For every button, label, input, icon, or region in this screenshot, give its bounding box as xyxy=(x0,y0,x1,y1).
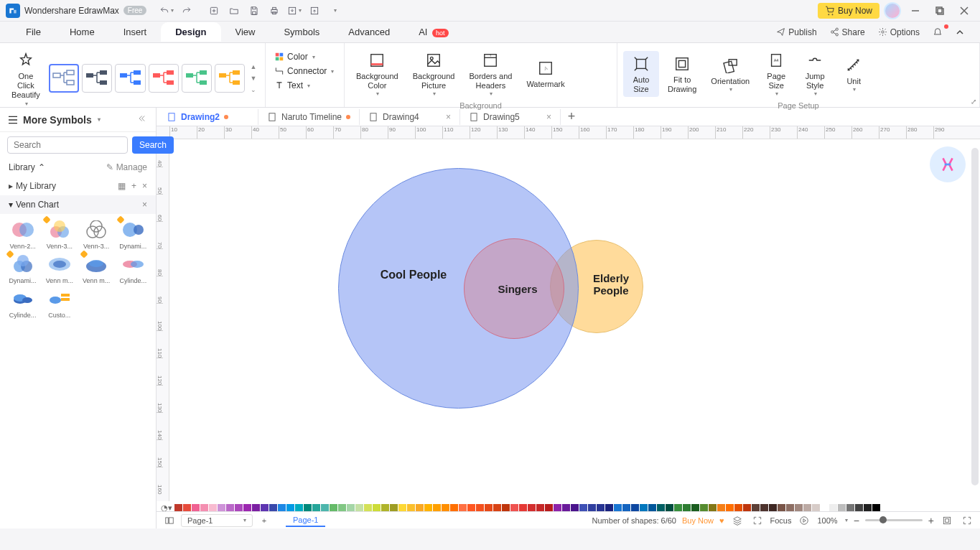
page-size-button[interactable]: A4Page Size▾ xyxy=(758,47,794,100)
venn-label-elderly[interactable]: Elderly People xyxy=(582,272,640,297)
color-swatch[interactable] xyxy=(398,504,406,512)
connector-dropdown[interactable]: Connector▾ xyxy=(271,65,338,78)
color-swatch[interactable] xyxy=(562,504,570,512)
focus-label[interactable]: Focus xyxy=(770,516,792,525)
color-swatch[interactable] xyxy=(269,504,277,512)
focus-icon[interactable] xyxy=(750,513,765,528)
theme-scroll-up[interactable]: ▲ xyxy=(248,62,259,72)
color-swatch[interactable] xyxy=(726,504,734,512)
color-swatch[interactable] xyxy=(752,504,760,512)
theme-preset-3[interactable] xyxy=(115,64,145,93)
menu-ai[interactable]: AI hot xyxy=(404,22,462,42)
fit-page-icon[interactable] xyxy=(940,513,954,528)
color-swatch[interactable] xyxy=(579,504,587,512)
color-swatch[interactable] xyxy=(700,504,708,512)
text-dropdown[interactable]: Text▾ xyxy=(271,79,338,92)
color-swatch[interactable] xyxy=(192,504,200,512)
color-swatch[interactable] xyxy=(200,504,208,512)
color-swatch[interactable] xyxy=(519,504,527,512)
symbol-venn-2[interactable]: Venn-2... xyxy=(6,218,39,250)
sidebar-title[interactable]: More Symbols▾ xyxy=(7,114,101,126)
color-swatch[interactable] xyxy=(631,504,639,512)
undo-icon[interactable]: ▾ xyxy=(158,2,175,19)
color-swatch[interactable] xyxy=(838,504,846,512)
background-picture-button[interactable]: Background Picture▾ xyxy=(407,47,461,100)
color-swatch[interactable] xyxy=(691,504,699,512)
presentation-icon[interactable] xyxy=(797,513,811,528)
theme-preset-5[interactable] xyxy=(182,64,212,93)
collapse-ribbon-icon[interactable] xyxy=(951,27,969,38)
tab-drawing2[interactable]: Drawing2 xyxy=(158,109,258,125)
more-icon[interactable]: ▾ xyxy=(326,2,343,19)
color-swatch[interactable] xyxy=(330,504,337,512)
tab-drawing4[interactable]: Drawing4× xyxy=(360,109,460,125)
symbol-dynamic-1[interactable]: Dynami... xyxy=(116,218,150,250)
color-swatch[interactable] xyxy=(442,504,449,512)
color-dropdown[interactable]: Color▾ xyxy=(271,50,338,63)
color-swatch[interactable] xyxy=(545,504,553,512)
user-avatar[interactable] xyxy=(884,2,901,19)
menu-design[interactable]: Design xyxy=(161,22,220,42)
color-swatch[interactable] xyxy=(502,504,510,512)
color-swatch[interactable] xyxy=(778,504,785,512)
symbol-venn-3b[interactable]: Venn-3... xyxy=(80,218,113,250)
color-swatch[interactable] xyxy=(235,504,243,512)
color-swatch[interactable] xyxy=(209,504,217,512)
add-tab-button[interactable]: + xyxy=(561,109,582,124)
theme-preset-6[interactable] xyxy=(215,64,245,93)
buy-now-button[interactable]: Buy Now xyxy=(818,3,879,19)
manage-link[interactable]: ✎ Manage xyxy=(106,162,147,172)
zoom-level[interactable]: 100% xyxy=(817,516,837,525)
buy-now-small[interactable]: Buy Now xyxy=(682,516,714,525)
menu-file[interactable]: File xyxy=(11,22,55,42)
symbol-search-input[interactable] xyxy=(7,136,128,154)
color-swatch[interactable] xyxy=(347,504,355,512)
color-swatch[interactable] xyxy=(597,504,605,512)
vertical-scrollbar[interactable] xyxy=(971,148,979,485)
menu-symbols[interactable]: Symbols xyxy=(269,22,334,42)
color-swatch[interactable] xyxy=(528,504,536,512)
theme-expand[interactable]: ⌄ xyxy=(248,85,259,95)
page-selector[interactable]: Page-1▾ xyxy=(181,514,253,527)
page-setup-expand-icon[interactable]: ⤢ xyxy=(971,98,976,106)
close-tab-icon[interactable]: × xyxy=(546,112,551,122)
auto-size-button[interactable]: Auto Size xyxy=(623,51,659,97)
page-tab-active[interactable]: Page-1 xyxy=(286,514,325,527)
tab-naruto-timeline[interactable]: Naruto Timeline xyxy=(258,109,360,125)
color-swatch[interactable] xyxy=(485,504,493,512)
color-swatch[interactable] xyxy=(734,504,742,512)
color-swatch[interactable] xyxy=(381,504,389,512)
color-swatch[interactable] xyxy=(571,504,579,512)
zoom-in-icon[interactable]: + xyxy=(928,515,934,526)
color-swatch[interactable] xyxy=(622,504,630,512)
section-close-icon[interactable]: × xyxy=(142,200,147,210)
color-swatch[interactable] xyxy=(803,504,811,512)
color-swatch[interactable] xyxy=(467,504,475,512)
zoom-slider[interactable] xyxy=(865,519,923,521)
color-swatch[interactable] xyxy=(536,504,544,512)
print-icon[interactable] xyxy=(266,2,283,19)
library-row[interactable]: Library ⌃ ✎ Manage xyxy=(0,158,156,177)
color-swatch[interactable] xyxy=(407,504,415,512)
color-swatch[interactable] xyxy=(390,504,398,512)
share-link[interactable]: Share xyxy=(826,26,869,39)
menu-home[interactable]: Home xyxy=(55,22,109,42)
color-swatch[interactable] xyxy=(243,504,251,512)
theme-preset-4[interactable] xyxy=(149,64,179,93)
color-swatch[interactable] xyxy=(493,504,501,512)
close-button[interactable] xyxy=(954,2,974,19)
color-swatch[interactable] xyxy=(666,504,673,512)
theme-preset-1[interactable] xyxy=(49,64,79,93)
color-swatch[interactable] xyxy=(786,504,794,512)
color-swatch[interactable] xyxy=(648,504,656,512)
library-add-icon[interactable]: + xyxy=(131,181,136,191)
color-swatch[interactable] xyxy=(261,504,269,512)
symbol-search-button[interactable]: Search xyxy=(132,136,174,154)
export-icon[interactable]: ▾ xyxy=(286,2,303,19)
background-color-button[interactable]: Background Color▾ xyxy=(350,47,404,100)
color-swatch[interactable] xyxy=(829,504,837,512)
new-icon[interactable] xyxy=(205,2,223,19)
color-swatch[interactable] xyxy=(795,504,803,512)
symbol-venn-m1[interactable]: Venn m... xyxy=(42,253,76,284)
color-swatch[interactable] xyxy=(304,504,312,512)
